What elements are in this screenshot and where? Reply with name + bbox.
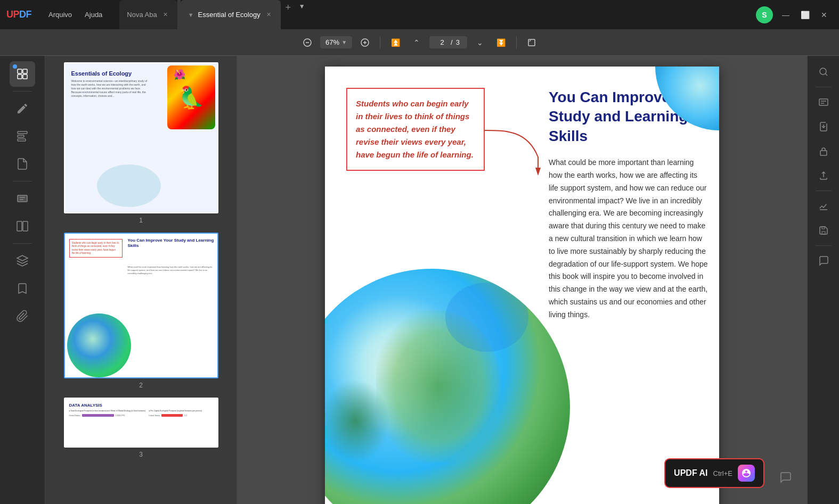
- page-separator: /: [451, 38, 453, 46]
- tab-ecology[interactable]: ▼ Essential of Ecology ✕: [181, 0, 281, 29]
- page-total: 3: [456, 38, 460, 46]
- sidebar-sep1: [13, 91, 32, 92]
- right-icon-lock[interactable]: [813, 141, 834, 162]
- svg-rect-17: [17, 221, 22, 231]
- thumb-body-2: What could be more important than learni…: [128, 266, 215, 275]
- left-sidebar: [0, 56, 45, 504]
- sidebar-icon-merge[interactable]: [10, 151, 35, 177]
- content-area: Students who can begin early in their li…: [237, 56, 807, 504]
- zoom-out-button[interactable]: [299, 34, 316, 51]
- right-sidebar: [807, 56, 839, 504]
- svg-rect-10: [18, 131, 27, 134]
- sidebar-icon-thumbnails[interactable]: [10, 61, 35, 87]
- zoom-dropdown-arrow: ▼: [341, 39, 347, 45]
- thumb-page-3[interactable]: DATA ANALYSIS ● Total Ecological Footpri…: [52, 398, 230, 458]
- sidebar-icon-compare[interactable]: [10, 213, 35, 239]
- quote-text: Students who can begin early in their li…: [356, 97, 475, 161]
- user-avatar[interactable]: S: [756, 6, 773, 23]
- sidebar-sep2: [13, 181, 32, 181]
- thumb-content-1: Essentials of Ecology Welcome to environ…: [65, 63, 217, 212]
- right-icon-comment[interactable]: [813, 250, 834, 271]
- sidebar-icon-organize[interactable]: [10, 123, 35, 149]
- thumb-bars-3: ● Total Ecological Footprint (in blue he…: [69, 410, 213, 417]
- thumb-globe-2: [67, 313, 131, 377]
- svg-rect-11: [18, 135, 24, 137]
- page-display: / 3: [429, 36, 467, 48]
- nav-prev-button[interactable]: ⌃: [408, 34, 425, 51]
- sidebar-icon-attachments[interactable]: [10, 303, 35, 329]
- zoom-in-button[interactable]: [356, 34, 373, 51]
- right-icon-sign[interactable]: [813, 195, 834, 217]
- tab-ecology-label: Essential of Ecology: [198, 11, 260, 19]
- bar-row-2: ● Per-Capita Ecological Footprint (in gl…: [149, 410, 202, 417]
- nav-first-button[interactable]: ⏫: [387, 34, 404, 51]
- tab-overflow-dropdown[interactable]: ▼: [296, 0, 308, 13]
- titlebar: UPDF Arquivo Ajuda Nova Aba ✕ ▼ Essentia…: [0, 0, 839, 29]
- sidebar-icon-annotate[interactable]: [10, 96, 35, 121]
- minimize-button[interactable]: —: [777, 6, 794, 23]
- globe-illustration: [325, 269, 570, 504]
- tab-ecology-dropdown-left: ▼: [188, 12, 194, 18]
- thumb-content-3: DATA ANALYSIS ● Total Ecological Footpri…: [65, 399, 217, 447]
- svg-rect-21: [820, 151, 827, 155]
- right-sep3: [816, 245, 832, 246]
- thumb-body-1: Welcome to environmental science—an inte…: [71, 79, 148, 98]
- window-controls: — ⬜ ✕: [777, 6, 833, 23]
- svg-rect-5: [528, 39, 535, 46]
- nav-last-button[interactable]: ⏬: [493, 34, 510, 51]
- tabs-area: Nova Aba ✕ ▼ Essential of Ecology ✕ + ▼: [119, 0, 756, 29]
- updf-ai-icon: [738, 465, 755, 482]
- tab-nova-aba-close[interactable]: ✕: [161, 11, 170, 19]
- sidebar-icon-redact[interactable]: [10, 186, 35, 211]
- svg-rect-9: [23, 75, 27, 79]
- right-icon-export[interactable]: [813, 165, 834, 186]
- thumb-heading-2: You Can Improve Your Study and Learning …: [128, 238, 215, 249]
- svg-rect-13: [18, 195, 27, 202]
- zoom-dropdown[interactable]: 67% ▼: [320, 36, 352, 48]
- thumb-title-3: DATA ANALYSIS: [69, 403, 213, 408]
- thumb-page-2[interactable]: Students who can begin early in their li…: [52, 233, 230, 389]
- main-area: Essentials of Ecology Welcome to environ…: [0, 56, 839, 504]
- close-button[interactable]: ✕: [816, 6, 833, 23]
- thumb-label-1: 1: [139, 217, 143, 224]
- menu-arquivo[interactable]: Arquivo: [42, 7, 78, 22]
- menu-ajuda[interactable]: Ajuda: [78, 7, 109, 22]
- thumb-frame-2: Students who can begin early in their li…: [64, 233, 218, 378]
- maximize-button[interactable]: ⬜: [796, 6, 813, 23]
- thumb-label-2: 2: [139, 382, 143, 389]
- comment-button[interactable]: [775, 467, 796, 488]
- right-sep1: [816, 87, 832, 87]
- quote-arrow-svg: [485, 88, 549, 184]
- svg-rect-7: [23, 69, 27, 73]
- sidebar-icon-layers[interactable]: [10, 248, 35, 274]
- tab-nova-aba[interactable]: Nova Aba ✕: [119, 0, 177, 29]
- updf-ai-button[interactable]: UPDF AI Ctrl+E: [664, 458, 764, 488]
- thumbnails-panel: Essentials of Ecology Welcome to environ…: [45, 56, 237, 504]
- thumb-content-2: Students who can begin early in their li…: [65, 234, 217, 377]
- sep2: [516, 36, 517, 49]
- thumb-frame-3: DATA ANALYSIS ● Total Ecological Footpri…: [64, 398, 218, 448]
- svg-rect-20: [819, 99, 828, 105]
- nav-next-button[interactable]: ⌄: [471, 34, 488, 51]
- right-icon-search[interactable]: [813, 61, 834, 82]
- right-icon-save[interactable]: [813, 220, 834, 241]
- thumb-label-3: 3: [139, 451, 143, 458]
- page2-body: What could be more important than learni…: [549, 156, 708, 321]
- tab-add-button[interactable]: +: [281, 0, 296, 15]
- thumb-page-1[interactable]: Essentials of Ecology Welcome to environ…: [52, 62, 230, 224]
- fit-page-button[interactable]: [523, 34, 540, 51]
- right-icon-ocr[interactable]: [813, 92, 834, 113]
- toolbar: 67% ▼ ⏫ ⌃ / 3 ⌄ ⏬: [0, 29, 839, 56]
- app-logo: UPDF: [6, 9, 31, 20]
- tab-ecology-close[interactable]: ✕: [265, 11, 273, 19]
- updf-ai-shortcut: Ctrl+E: [713, 469, 732, 477]
- svg-rect-6: [18, 69, 22, 73]
- right-icon-extract[interactable]: [813, 116, 834, 137]
- sep1: [380, 36, 380, 49]
- sidebar-icon-bookmark[interactable]: [10, 276, 35, 301]
- updf-ai-label: UPDF AI: [674, 468, 707, 478]
- flowers-illustration: 🌺: [174, 69, 185, 80]
- thumb-quote-2: Students who can begin early in their li…: [69, 239, 123, 258]
- right-sep2: [816, 191, 832, 191]
- page-number-input[interactable]: [437, 38, 447, 46]
